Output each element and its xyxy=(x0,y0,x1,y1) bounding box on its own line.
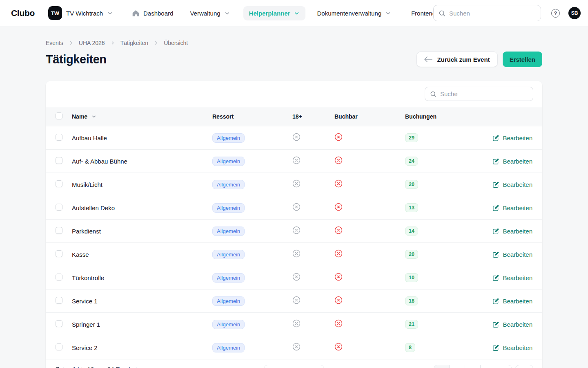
table-row: Kasse Allgemein 20 Bearbeiten xyxy=(46,243,542,266)
sort-chevron-icon xyxy=(91,114,97,119)
nav-item-helperplanner[interactable]: Helperplanner xyxy=(243,6,306,20)
bookings-count-badge: 10 xyxy=(405,273,418,282)
adult-no-icon xyxy=(292,203,301,211)
column-header-name[interactable]: Name xyxy=(72,113,212,120)
bookings-count-badge: 8 xyxy=(405,343,415,352)
row-checkbox[interactable] xyxy=(56,204,62,211)
activity-name: Aufstellen Deko xyxy=(72,204,212,211)
search-icon xyxy=(430,91,437,97)
row-checkbox[interactable] xyxy=(56,250,62,257)
edit-icon xyxy=(492,251,499,258)
edit-label: Bearbeiten xyxy=(503,298,532,305)
table-search-input[interactable] xyxy=(440,90,528,97)
create-button[interactable]: Erstellen xyxy=(503,52,542,67)
pagination-page[interactable] xyxy=(481,365,496,368)
nav-item-dashboard[interactable]: Dashboard xyxy=(132,9,173,17)
pagination-next[interactable] xyxy=(515,365,533,368)
pagination-prev[interactable] xyxy=(434,365,450,368)
activity-name: Aufbau Halle xyxy=(72,135,212,141)
bookings-count-badge: 20 xyxy=(405,180,418,189)
table-row: Service 1 Allgemein 18 Bearbeiten xyxy=(46,289,542,313)
adult-no-icon xyxy=(292,133,301,141)
bookings-count-badge: 20 xyxy=(405,250,418,259)
breadcrumb-event[interactable]: UHA 2026 xyxy=(79,40,105,46)
bookable-no-icon xyxy=(334,249,343,258)
per-page-control xyxy=(264,365,324,368)
row-checkbox[interactable] xyxy=(56,227,62,234)
edit-button[interactable]: Bearbeiten xyxy=(492,181,532,188)
breadcrumb-events[interactable]: Events xyxy=(46,40,63,46)
chevron-down-icon xyxy=(107,10,113,16)
pagination-page[interactable] xyxy=(465,365,481,368)
edit-button[interactable]: Bearbeiten xyxy=(492,135,532,141)
table-header: Name Ressort 18+ Buchbar Buchungen xyxy=(46,107,542,126)
back-button-label: Zurück zum Event xyxy=(437,56,490,63)
nav-item-verwaltung[interactable]: Verwaltung xyxy=(190,10,230,17)
nav-item-frontend[interactable]: Frontend xyxy=(411,10,436,17)
activity-name: Kasse xyxy=(72,251,212,258)
breadcrumb-taetigkeiten[interactable]: Tätigkeiten xyxy=(120,40,148,46)
row-checkbox[interactable] xyxy=(56,297,62,304)
chevron-down-icon xyxy=(224,10,230,16)
row-checkbox[interactable] xyxy=(56,343,62,350)
edit-icon xyxy=(492,274,499,281)
edit-label: Bearbeiten xyxy=(503,158,532,165)
adult-no-icon xyxy=(292,343,301,351)
global-search-input[interactable] xyxy=(449,10,536,17)
user-avatar[interactable]: SB xyxy=(568,7,581,19)
edit-button[interactable]: Bearbeiten xyxy=(492,251,532,258)
arrow-left-icon xyxy=(424,56,432,62)
brand-logo[interactable]: Clubo xyxy=(11,8,35,18)
pagination-page[interactable] xyxy=(450,365,465,368)
workspace-switcher[interactable]: TW TV Wichtrach xyxy=(48,6,113,20)
back-to-event-button[interactable]: Zurück zum Event xyxy=(416,52,497,67)
table-row: Aufbau Halle Allgemein 29 Bearbeiten xyxy=(46,126,542,150)
nav-item-label: Helperplanner xyxy=(249,10,290,17)
ressort-badge: Allgemein xyxy=(212,296,245,306)
edit-button[interactable]: Bearbeiten xyxy=(492,204,532,211)
edit-button[interactable]: Bearbeiten xyxy=(492,228,532,235)
pagination-page[interactable] xyxy=(496,365,512,368)
edit-label: Bearbeiten xyxy=(503,228,532,235)
ressort-badge: Allgemein xyxy=(212,343,245,352)
chevron-down-icon xyxy=(294,10,300,16)
bookings-count-badge: 24 xyxy=(405,157,418,166)
table-search[interactable] xyxy=(425,87,533,101)
row-checkbox[interactable] xyxy=(56,180,62,187)
bookings-count-badge: 29 xyxy=(405,133,418,142)
edit-icon xyxy=(492,135,499,141)
edit-button[interactable]: Bearbeiten xyxy=(492,298,532,305)
edit-button[interactable]: Bearbeiten xyxy=(492,274,532,281)
nav-item-dokumentenverwaltung[interactable]: Dokumentenverwaltung xyxy=(317,10,391,17)
help-icon[interactable]: ? xyxy=(551,9,560,18)
chevron-right-icon xyxy=(154,40,158,45)
row-checkbox[interactable] xyxy=(56,134,62,141)
bookable-no-icon xyxy=(334,319,343,328)
global-search[interactable] xyxy=(433,5,541,21)
search-icon xyxy=(439,10,445,17)
activity-name: Springer 1 xyxy=(72,321,212,328)
row-checkbox[interactable] xyxy=(56,274,62,280)
adult-no-icon xyxy=(292,296,301,304)
chevron-right-icon xyxy=(110,40,115,45)
column-header-bookable: Buchbar xyxy=(334,113,405,120)
ressort-badge: Allgemein xyxy=(212,250,245,259)
edit-icon xyxy=(492,344,499,351)
edit-button[interactable]: Bearbeiten xyxy=(492,158,532,165)
per-page-segment[interactable] xyxy=(264,365,300,368)
edit-icon xyxy=(492,181,499,188)
per-page-segment[interactable] xyxy=(300,365,324,368)
bookable-no-icon xyxy=(334,156,343,164)
adult-no-icon xyxy=(292,226,301,234)
row-checkbox[interactable] xyxy=(56,157,62,164)
bookings-count-badge: 18 xyxy=(405,296,418,305)
select-all-checkbox[interactable] xyxy=(56,112,62,119)
edit-button[interactable]: Bearbeiten xyxy=(492,321,532,328)
column-header-ressort: Ressort xyxy=(212,113,292,120)
bookable-no-icon xyxy=(334,273,343,281)
bookable-no-icon xyxy=(334,180,343,188)
chevron-down-icon xyxy=(385,10,391,16)
row-checkbox[interactable] xyxy=(56,320,62,327)
edit-label: Bearbeiten xyxy=(503,321,532,328)
edit-button[interactable]: Bearbeiten xyxy=(492,344,532,351)
